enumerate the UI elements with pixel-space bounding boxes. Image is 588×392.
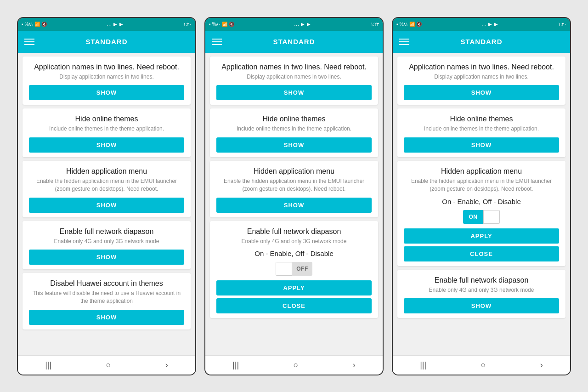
top-bar-1: STANDARD xyxy=(18,31,195,53)
show-button[interactable]: SHOW xyxy=(29,198,184,213)
phone-2: ▪ %٨٠ 📶 🔇 ... ▶ ▶ ١:٢٣ STANDARD Applicat… xyxy=(204,17,384,375)
hamburger-menu-3[interactable] xyxy=(399,39,409,45)
card-title: Hidden application menu xyxy=(216,167,372,176)
status-left-2: ▪ %٨٠ 📶 🔇 xyxy=(209,22,234,27)
home-button-3[interactable]: ○ xyxy=(481,360,486,370)
toggle-section: On - Enable, Off - Disable OFF xyxy=(216,250,372,276)
card-desc: Include online themes in the theme appli… xyxy=(29,125,184,133)
card-desc: Enable the hidden application menu in th… xyxy=(404,177,559,193)
toggle-section: On - Enable, Off - Disable ON xyxy=(404,198,559,224)
card-app-names-3: Application names in two lines. Need reb… xyxy=(397,57,565,105)
back-button-3[interactable]: ||| xyxy=(420,360,426,370)
show-button[interactable]: SHOW xyxy=(29,137,184,153)
card-app-names-1: Application names in two lines. Need reb… xyxy=(23,57,191,105)
apply-button-2[interactable]: APPLY xyxy=(216,280,372,295)
show-button[interactable]: SHOW xyxy=(216,198,372,213)
card-hidden-menu-3-expanded: Hidden application menu Enable the hidde… xyxy=(397,161,565,266)
toggle-knob xyxy=(276,262,292,276)
card-title: Hidden application menu xyxy=(404,167,559,176)
card-title: Hide online themes xyxy=(404,115,559,123)
show-button[interactable]: SHOW xyxy=(404,137,559,153)
card-desc: Enable only 4G and only 3G network mode xyxy=(29,238,184,245)
card-hide-themes-1: Hide online themes Include online themes… xyxy=(23,108,191,157)
toggle-row: OFF xyxy=(216,262,372,276)
top-title-3: STANDARD xyxy=(460,38,502,45)
bottom-bar-2: ||| ○ › xyxy=(205,355,383,375)
hamburger-menu-1[interactable] xyxy=(24,39,34,45)
card-app-names-2: Application names in two lines. Need reb… xyxy=(210,57,378,105)
status-center-2: ... ▶ ▶ xyxy=(294,22,311,27)
card-desc: Display application names in two lines. xyxy=(29,73,184,81)
card-hide-themes-2: Hide online themes Include online themes… xyxy=(210,108,378,157)
card-hidden-menu-1: Hidden application menu Enable the hidde… xyxy=(23,161,191,217)
top-bar-2: STANDARD xyxy=(205,31,383,53)
close-button-2[interactable]: CLOSE xyxy=(216,298,372,313)
show-button[interactable]: SHOW xyxy=(404,298,559,313)
toggle-knob-on xyxy=(483,210,500,224)
home-button-2[interactable]: ○ xyxy=(294,360,299,370)
card-title: Enable full network diapason xyxy=(29,227,184,236)
show-button[interactable]: SHOW xyxy=(216,137,372,153)
toggle-text: OFF xyxy=(292,266,312,272)
top-bar-3: STANDARD xyxy=(393,31,570,53)
hamburger-menu-2[interactable] xyxy=(212,39,222,45)
card-title: Enable full network diapason xyxy=(404,276,559,284)
card-desc: Enable only 4G and only 3G network mode xyxy=(404,286,559,294)
recent-button-1[interactable]: › xyxy=(165,360,168,370)
status-bar-3: ▪ %٨١ 📶 🔇 ... ▶ ▶ ١:٢٠ xyxy=(393,18,570,31)
back-button-1[interactable]: ||| xyxy=(45,360,51,370)
recent-button-2[interactable]: › xyxy=(353,360,356,370)
card-desc: Enable the hidden application menu in th… xyxy=(29,177,184,193)
toggle-row: ON xyxy=(404,210,559,224)
toggle-label: On - Enable, Off - Disable xyxy=(216,250,372,257)
status-left-3: ▪ %٨١ 📶 🔇 xyxy=(396,22,422,27)
phone-1: ▪ %٨١ 📶 🔇 ... ▶ ▶ ١:٢٠ STANDARD Applicat… xyxy=(17,17,196,375)
phones-container: ▪ %٨١ 📶 🔇 ... ▶ ▶ ١:٢٠ STANDARD Applicat… xyxy=(17,17,571,375)
show-button[interactable]: SHOW xyxy=(216,85,372,100)
status-right-1: ١:٢٠ xyxy=(183,22,192,27)
show-button[interactable]: SHOW xyxy=(29,85,184,100)
status-right-3: ١:٢٠ xyxy=(558,22,566,27)
card-title: Hide online themes xyxy=(216,115,372,123)
card-desc: Include online themes in the theme appli… xyxy=(404,125,559,133)
card-title: Disabel Huawei account in themes xyxy=(29,279,184,288)
card-title: Hidden application menu xyxy=(29,167,184,176)
card-hide-themes-3: Hide online themes Include online themes… xyxy=(397,108,565,157)
apply-button-3[interactable]: APPLY xyxy=(404,228,559,244)
content-1: Application names in two lines. Need reb… xyxy=(18,53,195,355)
card-title: Hide online themes xyxy=(29,115,184,123)
close-button-3[interactable]: CLOSE xyxy=(404,246,559,261)
toggle-label: On - Enable, Off - Disable xyxy=(404,198,559,205)
card-title: Enable full network diapason xyxy=(216,227,372,236)
show-button[interactable]: SHOW xyxy=(29,250,184,265)
card-full-network-2-expanded: Enable full network diapason Enable only… xyxy=(210,221,378,318)
toggle-on[interactable]: ON xyxy=(463,210,500,224)
card-title: Application names in two lines. Need reb… xyxy=(216,63,372,71)
bottom-bar-3: ||| ○ › xyxy=(393,355,570,375)
bottom-bar-1: ||| ○ › xyxy=(18,355,195,375)
back-button-2[interactable]: ||| xyxy=(232,360,239,370)
card-desc: Enable only 4G and only 3G network mode xyxy=(216,238,372,245)
card-desc: Display application names in two lines. xyxy=(404,73,559,81)
card-hidden-menu-2: Hidden application menu Enable the hidde… xyxy=(210,161,378,217)
status-center-3: ... ▶ ▶ xyxy=(481,22,498,27)
toggle-off[interactable]: OFF xyxy=(276,262,312,276)
show-button[interactable]: SHOW xyxy=(29,310,184,325)
top-title-1: STANDARD xyxy=(85,38,127,45)
toggle-text-on: ON xyxy=(463,210,483,224)
card-full-network-1: Enable full network diapason Enable only… xyxy=(23,221,191,270)
card-full-network-3: Enable full network diapason Enable only… xyxy=(397,270,565,318)
content-3: Application names in two lines. Need reb… xyxy=(393,53,570,355)
show-button[interactable]: SHOW xyxy=(404,85,559,100)
home-button-1[interactable]: ○ xyxy=(106,360,111,370)
top-title-2: STANDARD xyxy=(273,38,315,45)
card-disable-huawei-1: Disabel Huawei account in themes This fe… xyxy=(23,273,191,330)
status-center-1: ... ▶ ▶ xyxy=(107,22,124,27)
status-bar-2: ▪ %٨٠ 📶 🔇 ... ▶ ▶ ١:٢٣ xyxy=(205,18,383,31)
card-desc: Display application names in two lines. xyxy=(216,73,372,81)
card-title: Application names in two lines. Need reb… xyxy=(29,63,184,71)
recent-button-3[interactable]: › xyxy=(540,360,543,370)
card-title: Application names in two lines. Need reb… xyxy=(404,63,559,71)
content-2: Application names in two lines. Need reb… xyxy=(205,53,383,355)
phone-3: ▪ %٨١ 📶 🔇 ... ▶ ▶ ١:٢٠ STANDARD Applicat… xyxy=(392,17,571,375)
